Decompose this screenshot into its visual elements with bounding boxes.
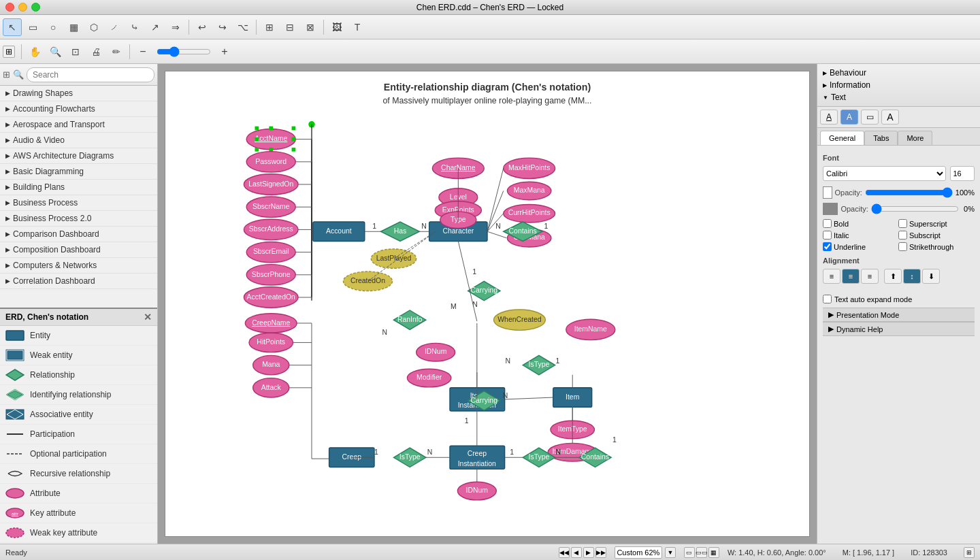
text-tool-button[interactable]: T: [348, 18, 367, 36]
pencil-button[interactable]: ✏: [107, 43, 126, 61]
last-page-btn[interactable]: ▶▶: [595, 547, 606, 558]
shape-item-recursive-rel[interactable]: Recursive relationship: [0, 464, 157, 484]
minimize-button[interactable]: [18, 3, 27, 12]
superscript-checkbox[interactable]: [898, 219, 907, 228]
strikethrough-checkbox[interactable]: [898, 242, 907, 251]
opacity2-slider[interactable]: [871, 203, 959, 214]
panel-information[interactable]: ▶ Information: [823, 79, 975, 91]
color-swatch-2[interactable]: [823, 203, 838, 215]
prev-page-btn[interactable]: ◀: [571, 547, 582, 558]
zoom-fit-button[interactable]: ⊡: [66, 43, 85, 61]
shape-item-entity[interactable]: Entity: [0, 326, 157, 346]
canvas-area[interactable]: Entity-relationship diagram (Chen's nota…: [158, 64, 817, 544]
align-bottom-btn[interactable]: ⬇: [922, 269, 940, 284]
subpanel-close-button[interactable]: ✕: [144, 312, 152, 323]
sidebar-item-correlation[interactable]: ▶Correlation Dashboard: [0, 274, 157, 289]
conn2-tool-button[interactable]: ⤷: [125, 18, 144, 36]
rect-tool-button[interactable]: ▭: [23, 18, 42, 36]
align-right-btn[interactable]: ≡: [861, 269, 879, 284]
undo-tool-button[interactable]: ↩: [193, 18, 212, 36]
underline-checkbox[interactable]: [823, 242, 832, 251]
align-top-btn[interactable]: ⬆: [884, 269, 902, 284]
sidebar-item-accounting[interactable]: ▶Accounting Flowcharts: [0, 101, 157, 117]
zoom-value-input[interactable]: [615, 546, 662, 559]
next-page-btn[interactable]: ▶: [583, 547, 594, 558]
shape-item-relationship[interactable]: Relationship: [0, 365, 157, 385]
box-style-btn[interactable]: ▭: [861, 110, 879, 125]
tab-more[interactable]: More: [898, 131, 932, 145]
align-center-btn[interactable]: ≡: [842, 269, 860, 284]
sidebar-item-business[interactable]: ▶Business Process: [0, 195, 157, 211]
table-tool-button[interactable]: ▦: [64, 18, 83, 36]
zoom-slider[interactable]: [157, 46, 211, 57]
ellipse-tool-button[interactable]: ○: [44, 18, 63, 36]
close-button[interactable]: [5, 3, 14, 12]
shape-item-identifying-rel[interactable]: Identifying relationship: [0, 385, 157, 405]
double-page-btn[interactable]: ▭▭: [696, 547, 707, 558]
panel-text[interactable]: ▼ Text: [823, 91, 975, 103]
auto-expand-checkbox[interactable]: [823, 295, 832, 303]
select-tool-button[interactable]: ↖: [3, 18, 22, 36]
sidebar-item-building[interactable]: ▶Building Plans: [0, 180, 157, 195]
shape-item-derived-attr[interactable]: Derived attribute: [0, 543, 157, 544]
sidebar-item-computers[interactable]: ▶Computers & Networks: [0, 258, 157, 274]
tab-tabs[interactable]: Tabs: [864, 131, 898, 145]
highlight-style-btn[interactable]: A: [840, 110, 858, 125]
expand-statusbar-btn[interactable]: ⊞: [964, 547, 975, 558]
first-page-btn[interactable]: ◀◀: [559, 547, 570, 558]
group-tool-button[interactable]: ⊞: [260, 18, 279, 36]
underline-style-btn[interactable]: A: [820, 110, 838, 125]
print-button[interactable]: 🖨: [86, 43, 105, 61]
redo-tool-button[interactable]: ↪: [213, 18, 232, 36]
fontsize-style-btn[interactable]: A: [881, 110, 899, 125]
sidebar-item-aerospace[interactable]: ▶Aerospace and Transport: [0, 117, 157, 133]
split-tool-button[interactable]: ⌥: [233, 18, 252, 36]
color-swatch-1[interactable]: [823, 186, 832, 199]
tab-general[interactable]: General: [820, 131, 864, 145]
presentation-mode-header[interactable]: ▶ Presentation Mode: [823, 308, 975, 322]
shape-tool-button[interactable]: ⬡: [84, 18, 103, 36]
shape-item-assoc-entity[interactable]: Associative entity: [0, 405, 157, 425]
diagram-canvas[interactable]: Entity-relationship diagram (Chen's nota…: [165, 71, 810, 537]
dynamic-help-header[interactable]: ▶ Dynamic Help: [823, 322, 975, 336]
zoom-expand-btn[interactable]: ▼: [665, 547, 676, 558]
zoom-minus-button[interactable]: −: [133, 43, 152, 61]
single-page-btn[interactable]: ▭: [684, 547, 695, 558]
search-icon[interactable]: 🔍: [13, 69, 24, 80]
font-size-input[interactable]: [950, 166, 975, 181]
sidebar-item-composition[interactable]: ▶Composition Dashboard: [0, 242, 157, 258]
italic-checkbox[interactable]: [823, 231, 832, 240]
opacity1-slider[interactable]: [865, 187, 953, 198]
shape-item-participation[interactable]: Participation: [0, 425, 157, 444]
align-left-btn[interactable]: ≡: [823, 269, 840, 284]
align-tool-button[interactable]: ⊟: [280, 18, 299, 36]
sidebar-item-aws[interactable]: ▶AWS Architecture Diagrams: [0, 148, 157, 164]
pan-nav-button[interactable]: ✋: [25, 43, 44, 61]
sidebar-item-business2[interactable]: ▶Business Process 2.0: [0, 211, 157, 227]
sidebar-item-audio[interactable]: ▶Audio & Video: [0, 133, 157, 148]
align-middle-btn[interactable]: ↕: [903, 269, 921, 284]
shape-item-optional-participation[interactable]: Optional participation: [0, 444, 157, 464]
sidebar-item-comparison[interactable]: ▶Comparison Dashboard: [0, 227, 157, 242]
shape-item-weak-key-attr[interactable]: Weak key attribute: [0, 523, 157, 543]
image-tool-button[interactable]: 🖼: [327, 18, 346, 36]
zoom-in-button[interactable]: 🔍: [46, 43, 65, 61]
shape-item-attribute[interactable]: Attribute: [0, 484, 157, 504]
sidebar-item-basic[interactable]: ▶Basic Diagramming: [0, 164, 157, 180]
font-family-select[interactable]: Calibri Arial Times New Roman Helvetica: [823, 166, 946, 181]
search-input[interactable]: [27, 67, 154, 82]
shape-item-weak-entity[interactable]: Weak entity: [0, 346, 157, 365]
shape-item-key-attr[interactable]: attr Key attribute: [0, 504, 157, 523]
panel-behaviour[interactable]: ▶ Behaviour: [823, 67, 975, 79]
grid-page-btn[interactable]: ▦: [708, 547, 719, 558]
bold-checkbox[interactable]: [823, 219, 832, 228]
conn1-tool-button[interactable]: ⟋: [105, 18, 124, 36]
distribute-tool-button[interactable]: ⊠: [301, 18, 320, 36]
conn4-tool-button[interactable]: ⇒: [166, 18, 185, 36]
subscript-checkbox[interactable]: [898, 231, 907, 240]
conn3-tool-button[interactable]: ↗: [146, 18, 165, 36]
zoom-plus-button[interactable]: +: [215, 43, 234, 61]
sidebar-item-drawing-shapes[interactable]: ▶Drawing Shapes: [0, 86, 157, 101]
zoom-button[interactable]: [31, 3, 40, 12]
grid-view-icon[interactable]: ⊞: [3, 69, 10, 80]
